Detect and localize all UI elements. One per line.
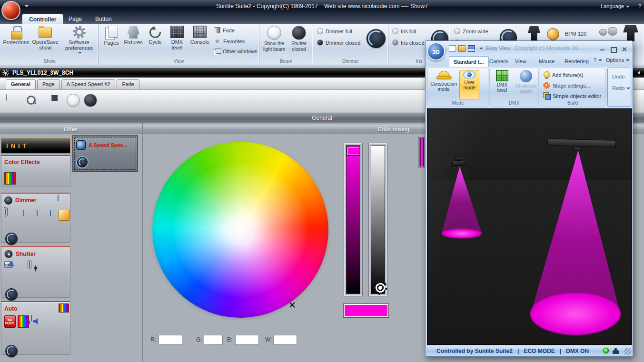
add-fixtures-button[interactable]: Add fixture(s) <box>543 71 583 79</box>
resize-grip[interactable] <box>624 348 631 355</box>
collapse-arrow-icon[interactable] <box>637 71 640 75</box>
close-button[interactable] <box>620 45 628 52</box>
g-input[interactable] <box>204 335 223 345</box>
quickbar-caret-icon[interactable] <box>479 48 483 49</box>
ev-dmx-level-button[interactable]: DMX level <box>492 70 513 99</box>
software-preferences-button[interactable]: Software preferences <box>61 26 97 54</box>
moving-head-fixture-right[interactable] <box>573 147 582 151</box>
dimmer-preset-1-selected[interactable] <box>5 208 6 215</box>
undo-button[interactable]: Undo <box>612 74 624 79</box>
show-light-beam-button[interactable]: Show the light beam <box>262 26 286 52</box>
ev-tab-standard[interactable]: Standard t... <box>449 56 489 67</box>
speed-dial[interactable] <box>77 157 88 167</box>
like-icon[interactable] <box>599 29 607 36</box>
maximize-button[interactable] <box>609 45 617 52</box>
color-wheel[interactable] <box>152 142 328 318</box>
minimize-button[interactable] <box>598 45 606 52</box>
doc-tab-fade[interactable]: Fade <box>117 79 139 89</box>
tab-button[interactable]: Button <box>89 14 119 24</box>
other-windows-button[interactable]: Other windows <box>214 48 258 54</box>
color-effects-section[interactable]: Color Effects <box>1 155 70 186</box>
beam-closed-circle-button[interactable] <box>84 94 97 107</box>
fade-button[interactable]: Fade <box>214 27 235 33</box>
easyview-3d-logo-button[interactable]: 3D <box>427 42 445 60</box>
gear-cursor-icon[interactable] <box>373 281 387 295</box>
beam-open-circle-button[interactable] <box>67 94 80 107</box>
gray-slider[interactable] <box>368 143 387 296</box>
dimmer-preset-3[interactable] <box>37 210 38 216</box>
ev-tab-rendering[interactable]: Rendering <box>560 56 593 67</box>
doc-tab-general[interactable]: General <box>6 79 36 89</box>
color-intensity-slider[interactable] <box>344 143 363 296</box>
moving-head-icon[interactable] <box>528 26 540 41</box>
redo-button[interactable]: Redo <box>612 85 630 91</box>
split-view-icon[interactable] <box>51 95 52 101</box>
color-slider-handle[interactable] <box>346 147 360 156</box>
open-save-show-button[interactable]: Open/Save show <box>30 26 60 50</box>
open-file-icon[interactable] <box>458 45 466 52</box>
ev-tab-view[interactable]: View <box>511 56 531 67</box>
fixtures-button[interactable]: Fixtures <box>122 26 144 45</box>
sunlite-logo-orb[interactable] <box>1 1 20 20</box>
shutter-off-button[interactable]: OFF <box>4 261 13 268</box>
ev-tab-camera[interactable]: Camera <box>485 56 512 67</box>
speaker-button[interactable] <box>31 315 32 322</box>
gray-slider-track[interactable] <box>371 145 385 294</box>
scanner-icon[interactable] <box>623 25 638 41</box>
dimmer-closed-button[interactable]: Dimmer closed <box>317 39 360 46</box>
color-slider-track[interactable] <box>346 145 360 294</box>
dimmer-section-dial[interactable] <box>5 233 18 245</box>
dimmer-preset-orange[interactable] <box>59 210 69 221</box>
no-func-button[interactable]: NO FUNC. <box>4 315 16 328</box>
rainbow-icon[interactable] <box>4 172 16 185</box>
heart-icon[interactable] <box>608 27 617 36</box>
tab-controller[interactable]: Controller <box>22 14 63 24</box>
new-document-icon[interactable] <box>449 45 456 52</box>
universes-patch-button[interactable]: Universes patch <box>515 70 537 99</box>
init-button[interactable]: INIT <box>1 138 70 154</box>
shutter-lightning-button[interactable] <box>29 261 30 268</box>
easyview-titlebar[interactable]: Easy View Copyright (c) Nicolaudie 19... <box>426 41 632 55</box>
dimmer-preset-2[interactable] <box>23 210 24 216</box>
user-mode-button[interactable]: User mode <box>459 70 479 99</box>
ev-help-menu[interactable]: ? <box>594 57 602 63</box>
construction-mode-button[interactable]: Construction mode <box>429 70 458 99</box>
doc-tab-page[interactable]: Page <box>37 79 60 89</box>
dimmer-beam-icon[interactable] <box>58 195 59 201</box>
help-button[interactable]: ? <box>638 3 641 9</box>
gold-sphere-icon[interactable] <box>547 28 559 40</box>
auto-rainbow-icon[interactable] <box>59 303 69 313</box>
language-menu[interactable]: Language <box>601 3 630 9</box>
quick-access-caret-icon[interactable] <box>25 5 29 7</box>
zoom-wide-button[interactable]: Zoom wide <box>454 28 488 34</box>
simple-objects-button[interactable]: Simple objects editor <box>543 92 601 99</box>
speed-preset-button[interactable]: A Speed Spee... <box>72 135 138 172</box>
auto-section-dial[interactable] <box>5 345 18 357</box>
moving-head-fixture-left[interactable] <box>452 160 466 166</box>
protections-button[interactable]: Protections <box>3 26 30 45</box>
monitor-icon[interactable] <box>6 94 7 101</box>
iris-full-button[interactable]: Iris full <box>392 28 416 34</box>
cycle-button[interactable]: Cycle <box>145 26 165 45</box>
shutter-section-dial[interactable] <box>5 288 18 301</box>
stage-settings-button[interactable]: Stage settings... <box>543 82 590 89</box>
console-button[interactable]: Console <box>189 26 211 45</box>
r-input[interactable] <box>159 335 182 345</box>
dimmer-dial[interactable] <box>367 29 386 48</box>
dimmer-preset-4[interactable] <box>50 210 51 216</box>
tab-page[interactable]: Page <box>62 14 89 24</box>
dmx-level-button[interactable]: DMX level <box>166 26 188 50</box>
b-input[interactable] <box>235 335 259 345</box>
w-input[interactable] <box>273 335 297 345</box>
save-icon[interactable] <box>468 45 475 52</box>
doc-tab-speed[interactable]: A Speed Speed #2 <box>61 79 116 89</box>
dimmer-full-button[interactable]: Dimmer full <box>317 28 352 34</box>
ev-options-menu[interactable]: Options <box>606 57 630 63</box>
ev-tab-mouse[interactable]: Mouse <box>535 56 559 67</box>
pages-button[interactable]: Pages <box>101 26 121 46</box>
favorites-button[interactable]: Favorites <box>214 38 245 45</box>
iris-closed-button[interactable]: Iris closed <box>392 39 425 46</box>
shutter-closed-button[interactable]: Shutter closed <box>287 26 311 52</box>
3d-viewport[interactable] <box>427 108 632 345</box>
partial-palette-button[interactable] <box>418 137 425 167</box>
